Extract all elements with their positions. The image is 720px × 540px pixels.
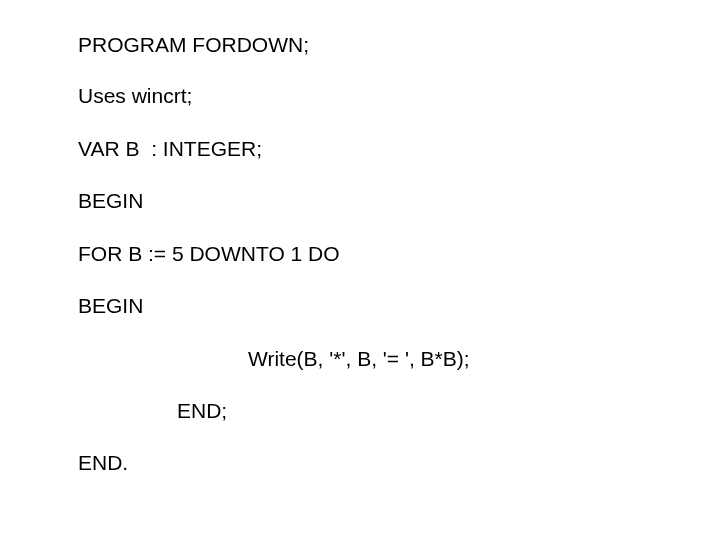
code-line-4: BEGIN <box>78 189 143 213</box>
code-line-2: Uses wincrt; <box>78 84 192 108</box>
code-line-1: PROGRAM FORDOWN; <box>78 33 309 57</box>
code-line-7: Write(B, '*', B, '= ', B*B); <box>248 347 470 371</box>
code-line-8: END; <box>177 399 227 423</box>
code-line-5: FOR B := 5 DOWNTO 1 DO <box>78 242 340 266</box>
code-line-6: BEGIN <box>78 294 143 318</box>
code-line-3: VAR B : INTEGER; <box>78 137 262 161</box>
code-line-9: END. <box>78 451 128 475</box>
